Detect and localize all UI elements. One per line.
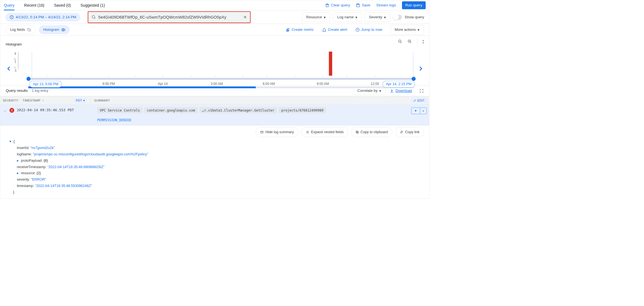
rail-handle-end[interactable] (411, 77, 416, 81)
card-icon (260, 130, 264, 134)
copy-link-button[interactable]: Copy link (395, 127, 424, 137)
col-summary: SUMMARY (94, 99, 110, 102)
chevron-down-icon: ▾ (83, 99, 85, 102)
svg-point-2 (92, 16, 95, 18)
permission-denied-label: PERMISSION_DENIED (97, 117, 131, 123)
chevron-down-icon: ▾ (324, 15, 326, 19)
histogram-chart[interactable]: ┌ 1 ├ 1 └ 0 9:00 PM Apr 14 3:00 AM 6:00 … (15, 52, 415, 85)
eye-icon (61, 27, 65, 32)
hide-summary-button[interactable]: Hide log summary (256, 127, 298, 137)
sort-asc-icon[interactable]: ↑ (42, 99, 44, 102)
timezone-chip[interactable]: PDT ▾ (74, 98, 87, 103)
histogram-next-icon[interactable] (418, 65, 424, 72)
query-bar: 4/13/22, 5:14 PM – 4/14/22, 2:14 PM ✕ Re… (0, 11, 430, 24)
histogram-prev-icon[interactable] (6, 65, 12, 72)
histogram-section: Histogram ▴▾ ┌ 1 ├ 1 └ 0 (0, 36, 430, 85)
histogram-bar[interactable] (329, 52, 332, 76)
bell-icon (322, 27, 326, 32)
download-button[interactable]: Download (390, 88, 412, 93)
more-actions-button[interactable]: More actions▾ (390, 25, 424, 35)
log-row[interactable]: ⌵ !! 2022-04-14 09:35:46.553 PDT VPC Ser… (0, 105, 430, 125)
pin-button[interactable]: ▾ (411, 108, 427, 114)
run-query-button[interactable]: Run query (402, 1, 426, 9)
clear-query-button[interactable]: Clear query (325, 3, 350, 7)
table-header: SEVERITY TIMESTAMP ↑ PDT ▾ SUMMARY EDIT (0, 96, 430, 105)
results-title: Query results (6, 88, 28, 93)
link-icon (400, 130, 403, 134)
tab-recent[interactable]: Recent (16) (24, 0, 44, 11)
svg-rect-8 (357, 131, 358, 133)
scroll-updown-icon[interactable]: ▴▾ (423, 39, 424, 44)
edit-columns-button[interactable]: EDIT (411, 98, 427, 103)
tab-query[interactable]: Query (4, 0, 14, 11)
tab-suggested[interactable]: Suggested (1) (80, 0, 105, 11)
clock-icon (9, 15, 14, 19)
caret-right-icon[interactable]: ▸ (17, 170, 19, 176)
range-start-chip[interactable]: Apr 13, 5:00 PM (29, 81, 62, 87)
time-range-chip[interactable]: 4/13/22, 5:14 PM – 4/14/22, 2:14 PM (5, 13, 80, 21)
search-field-wrap: ✕ (88, 11, 251, 23)
col-severity: SEVERITY (3, 99, 15, 102)
expand-fields-button[interactable]: Expand nested fields (301, 127, 348, 137)
create-metric-button[interactable]: Create metric (286, 27, 314, 32)
zoom-out-icon[interactable] (398, 39, 402, 44)
svg-rect-9 (356, 131, 358, 133)
stream-logs-button[interactable]: Stream logs (376, 3, 396, 7)
severity-error-icon: !! (9, 108, 14, 113)
fullscreen-icon[interactable] (419, 88, 424, 93)
svg-point-3 (63, 29, 64, 30)
time-rail[interactable] (28, 78, 414, 80)
trash-icon (325, 3, 329, 7)
summary-chip[interactable]: …r.v1beta1.ClusterManager.GetCluster (199, 107, 277, 113)
col-timestamp[interactable]: TIMESTAMP (22, 99, 40, 102)
chevron-down-icon: ▾ (379, 88, 381, 93)
tab-saved[interactable]: Saved (0) (54, 0, 71, 11)
histogram-chip[interactable]: Histogram (39, 25, 70, 34)
clock-icon (355, 27, 360, 32)
svg-rect-7 (261, 131, 263, 133)
eye-off-icon (27, 27, 31, 32)
scrub-bar[interactable] (28, 86, 414, 88)
range-dash-start (32, 52, 32, 78)
chart-plus-icon (286, 27, 290, 32)
caret-right-icon[interactable]: ▸ (17, 157, 19, 164)
search-icon (92, 15, 96, 19)
row-summary: VPC Service Controls container.googleapi… (97, 107, 409, 123)
row-timestamp: 2022-04-14 09:35:46.553 PDT (17, 107, 95, 112)
caret-down-icon[interactable]: ▾ (9, 138, 12, 145)
query-tabs: Query Recent (16) Saved (0) Suggested (1… (0, 0, 430, 11)
view-toolbar: Log fields Histogram Create metric Creat… (0, 24, 430, 36)
chevron-down-icon: ▾ (384, 15, 386, 19)
svg-rect-0 (357, 4, 359, 5)
range-end-chip[interactable]: Apr 14, 2:15 PM (382, 81, 415, 87)
logname-filter[interactable]: Log name▾ (333, 12, 362, 22)
save-button[interactable]: Save (356, 3, 370, 7)
log-fields-chip[interactable]: Log fields (6, 25, 36, 34)
entry-count: 1 log entry (32, 89, 48, 93)
chevron-down-icon: ▾ (420, 108, 426, 114)
summary-chip[interactable]: container.googleapis.com (144, 107, 198, 113)
chevron-down-icon: ▾ (418, 27, 420, 32)
y-axis: ┌ 1 ├ 1 └ 0 (15, 52, 18, 78)
search-input[interactable] (98, 15, 241, 19)
divider (417, 38, 417, 45)
show-query-label: Show query (405, 15, 424, 19)
copy-clipboard-button[interactable]: Copy to clipboard (351, 127, 392, 137)
expand-icon (306, 130, 309, 134)
download-icon (390, 88, 394, 93)
copy-icon (355, 130, 359, 134)
expand-arrow-icon[interactable]: ⌵ (3, 108, 7, 112)
clear-search-icon[interactable]: ✕ (241, 15, 249, 19)
severity-filter[interactable]: Severity▾ (365, 12, 390, 22)
zoom-in-icon[interactable] (408, 39, 412, 44)
summary-chip[interactable]: VPC Service Controls (97, 107, 142, 113)
chevron-down-icon: ▾ (355, 15, 357, 19)
range-dash-end (413, 52, 413, 78)
summary-chip[interactable]: projects/676612490989 (279, 107, 326, 113)
rail-handle-start[interactable] (26, 77, 31, 81)
resource-filter[interactable]: Resource▾ (302, 12, 330, 22)
pin-icon (414, 109, 417, 113)
show-query-toggle[interactable] (393, 15, 402, 19)
jump-to-now-button[interactable]: Jump to now (355, 27, 382, 32)
create-alert-button[interactable]: Create alert (322, 27, 347, 32)
